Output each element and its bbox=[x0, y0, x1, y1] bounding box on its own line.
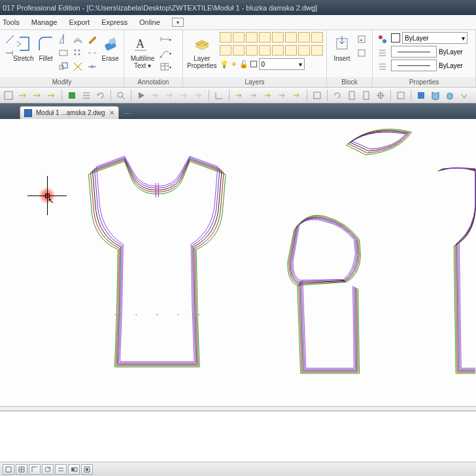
qt-arrow-outline-icon[interactable] bbox=[164, 90, 176, 101]
model-toggle[interactable] bbox=[68, 464, 80, 475]
mirror-icon[interactable] bbox=[58, 33, 69, 45]
qt-arrow-color-icon[interactable] bbox=[277, 90, 288, 101]
qt-box2-icon[interactable] bbox=[395, 90, 407, 101]
bulb-icon[interactable]: 💡 bbox=[220, 60, 229, 69]
stretch-button[interactable]: Stretch bbox=[13, 32, 34, 62]
layer-state-icon[interactable] bbox=[272, 45, 284, 56]
ortho-toggle[interactable] bbox=[29, 464, 41, 475]
qt-refresh2-icon[interactable] bbox=[332, 90, 343, 101]
menu-export[interactable]: Export bbox=[69, 18, 90, 26]
qt-play-icon[interactable] bbox=[135, 90, 147, 101]
layer-state-icon[interactable] bbox=[246, 45, 258, 56]
qt-cube-icon[interactable] bbox=[444, 90, 456, 101]
color-combo[interactable]: ByLayer▾ bbox=[402, 32, 468, 44]
osnap-toggle[interactable] bbox=[55, 464, 67, 475]
qt-arrow-outline-icon[interactable] bbox=[193, 90, 205, 101]
create-block-icon[interactable]: + bbox=[356, 33, 367, 45]
qt-refresh-icon[interactable] bbox=[95, 90, 107, 101]
erase-button[interactable]: Erase bbox=[101, 32, 120, 62]
rectangle-icon[interactable] bbox=[58, 47, 69, 59]
layer-state-icon[interactable] bbox=[259, 32, 271, 42]
list2-icon[interactable] bbox=[377, 61, 388, 73]
menu-overflow-dropdown[interactable]: ▾ bbox=[172, 18, 184, 27]
scale-icon[interactable] bbox=[58, 61, 69, 73]
sun-icon[interactable]: ☀ bbox=[231, 60, 237, 69]
fillet-button[interactable]: Fillet bbox=[37, 32, 56, 62]
layer-state-icon[interactable] bbox=[233, 32, 245, 42]
qt-green-icon[interactable] bbox=[66, 90, 78, 101]
layer-properties-button[interactable]: Layer Properties bbox=[187, 32, 217, 69]
qt-icon[interactable] bbox=[3, 90, 14, 101]
document-tab[interactable]: Moduł 1 ...amska 2.dwg ✕ bbox=[20, 106, 119, 119]
menu-tools[interactable]: Tools bbox=[3, 18, 20, 26]
qt-corner-icon[interactable] bbox=[213, 90, 225, 101]
qt-doc-icon[interactable] bbox=[360, 90, 372, 101]
layer-state-icon[interactable] bbox=[285, 32, 297, 42]
layer-state-icon[interactable] bbox=[220, 45, 231, 56]
layer-state-icon[interactable] bbox=[259, 45, 271, 56]
lineweight-combo[interactable] bbox=[391, 46, 437, 58]
layer-color-swatch[interactable] bbox=[250, 61, 257, 67]
snap-toggle[interactable] bbox=[3, 464, 14, 475]
array-icon[interactable] bbox=[72, 47, 84, 59]
qt-arrow-icon[interactable] bbox=[46, 90, 58, 101]
edit-tool-icon[interactable] bbox=[86, 33, 98, 45]
qt-arrow-color-icon[interactable] bbox=[262, 90, 274, 101]
list-icon[interactable] bbox=[377, 47, 388, 59]
layer-state-icon[interactable] bbox=[311, 32, 323, 42]
qt-arrow-icon[interactable] bbox=[17, 90, 29, 101]
qt-arrow-color-icon[interactable] bbox=[233, 90, 245, 101]
linetype-combo[interactable] bbox=[391, 60, 437, 71]
layer-combo[interactable]: 0▾ bbox=[259, 58, 305, 70]
layer-state-icon[interactable] bbox=[311, 45, 323, 56]
polar-toggle[interactable] bbox=[42, 464, 54, 475]
multiline-text-button[interactable]: A Multiline Text ▾ bbox=[128, 32, 157, 69]
break-icon[interactable] bbox=[86, 47, 98, 59]
qt-lines-icon[interactable] bbox=[80, 90, 92, 101]
lwt-toggle[interactable] bbox=[81, 464, 93, 475]
qt-zoom-icon[interactable] bbox=[115, 90, 127, 101]
qt-arrow-icon[interactable] bbox=[31, 90, 43, 101]
menu-express[interactable]: Express bbox=[101, 18, 128, 26]
qt-arrow-outline-icon[interactable] bbox=[150, 90, 162, 101]
layer-state-icon[interactable] bbox=[246, 32, 258, 42]
dim-linear-icon[interactable]: ▾ bbox=[160, 33, 171, 45]
offset-icon[interactable] bbox=[72, 33, 84, 45]
menu-online[interactable]: Online bbox=[139, 18, 160, 26]
color-swatch[interactable] bbox=[391, 33, 400, 42]
tab-overflow-icon[interactable]: ⋯ bbox=[122, 109, 133, 119]
drawing-canvas[interactable]: ↖ bbox=[0, 119, 476, 407]
extend-icon[interactable] bbox=[4, 47, 16, 59]
layer-state-icon[interactable] bbox=[285, 45, 297, 56]
qt-arrow-outline-icon[interactable] bbox=[178, 90, 190, 101]
explode-icon[interactable] bbox=[72, 61, 84, 73]
layer-state-icon[interactable] bbox=[233, 45, 245, 56]
command-line-area[interactable] bbox=[0, 411, 476, 462]
leader-icon[interactable]: ▾ bbox=[160, 47, 171, 59]
grid-toggle[interactable] bbox=[16, 464, 27, 475]
layer-state-icon[interactable] bbox=[298, 32, 310, 42]
layer-state-icon[interactable] bbox=[272, 32, 284, 42]
lock-icon[interactable]: 🔓 bbox=[239, 60, 248, 69]
layer-state-icon[interactable] bbox=[220, 32, 231, 42]
layer-state-icon[interactable] bbox=[298, 45, 310, 56]
pattern-bodice-front bbox=[89, 156, 226, 367]
menu-manage[interactable]: Manage bbox=[31, 18, 58, 26]
qt-down-icon[interactable] bbox=[458, 90, 470, 101]
qt-arrow-color-icon[interactable] bbox=[248, 90, 260, 101]
close-tab-icon[interactable]: ✕ bbox=[109, 109, 114, 116]
qt-target-icon[interactable] bbox=[375, 90, 386, 101]
layer-icons-row1 bbox=[220, 32, 323, 42]
match-props-icon[interactable] bbox=[377, 33, 388, 45]
join-icon[interactable] bbox=[86, 61, 98, 73]
table-icon[interactable]: ▾ bbox=[160, 61, 171, 73]
qt-box-icon[interactable] bbox=[311, 90, 323, 101]
trim-icon[interactable] bbox=[4, 33, 16, 45]
qt-blue-icon[interactable] bbox=[415, 90, 427, 101]
edit-block-icon[interactable] bbox=[356, 47, 367, 59]
qt-book-icon[interactable] bbox=[430, 90, 441, 101]
svg-rect-56 bbox=[6, 467, 11, 472]
insert-button[interactable]: Insert bbox=[331, 32, 353, 62]
qt-arrow-color-icon[interactable] bbox=[291, 90, 303, 101]
qt-doc-icon[interactable] bbox=[346, 90, 358, 101]
